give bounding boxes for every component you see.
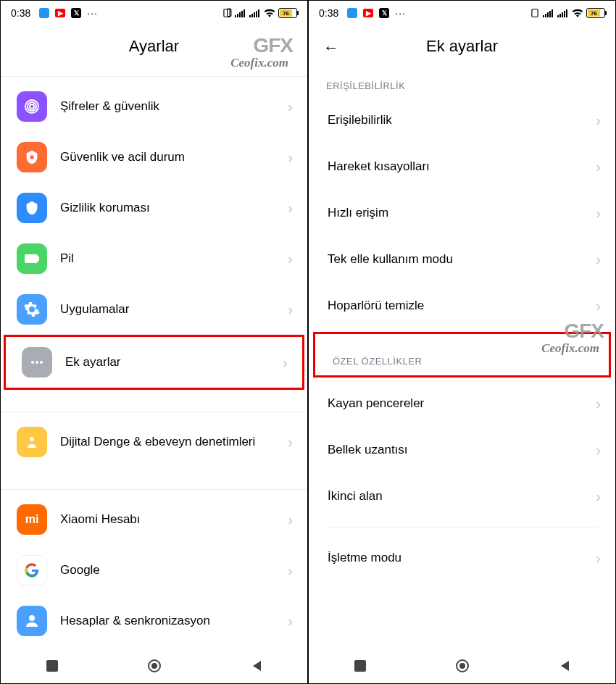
item-label: Hoparlörü temizle xyxy=(328,298,596,314)
chevron-right-icon: › xyxy=(596,396,601,412)
item-label: Hızlı erişim xyxy=(328,205,596,221)
item-label: Hesaplar & senkronizasyon xyxy=(60,613,288,629)
item-label: Tek elle kullanım modu xyxy=(328,251,596,267)
svg-rect-6 xyxy=(244,9,245,17)
svg-rect-28 xyxy=(545,14,546,17)
item-security-emergency[interactable]: Güvenlik ve acil durum › xyxy=(1,132,307,183)
battery-icon: 76 xyxy=(278,8,297,18)
enterprise-list: İşletme modu › xyxy=(309,535,615,581)
item-label: Gizlilik koruması xyxy=(60,200,288,216)
svg-point-21 xyxy=(30,437,34,441)
chevron-right-icon: › xyxy=(596,159,601,175)
svg-rect-36 xyxy=(566,9,567,17)
back-button[interactable]: ← xyxy=(323,38,339,57)
item-enterprise-mode[interactable]: İşletme modu › xyxy=(309,535,615,581)
header: ← Ek ayarlar xyxy=(309,24,615,72)
signal-icon xyxy=(543,9,554,17)
chevron-right-icon: › xyxy=(596,298,601,314)
nav-home[interactable] xyxy=(452,656,473,676)
youtube-icon: ▶ xyxy=(363,9,373,17)
svg-rect-29 xyxy=(547,12,549,17)
item-apps[interactable]: Uygulamalar › xyxy=(1,284,307,335)
item-second-space[interactable]: İkinci alan › xyxy=(309,473,615,520)
chevron-right-icon: › xyxy=(288,301,293,318)
sim-icon xyxy=(530,8,540,18)
chevron-right-icon: › xyxy=(288,200,293,217)
chevron-right-icon: › xyxy=(288,99,293,115)
svg-point-25 xyxy=(151,663,157,669)
item-passwords-security[interactable]: Şifreler & güvenlik › xyxy=(1,81,307,132)
phone-right-additional-settings: 0:38 ▶ 𝕏 ··· 76 ← Ek ayarlar ERİŞİLEBİLİ… xyxy=(308,0,616,684)
item-label: Ek ayarlar xyxy=(65,354,283,370)
svg-rect-9 xyxy=(254,12,255,17)
x-twitter-icon: 𝕏 xyxy=(71,8,81,18)
svg-rect-3 xyxy=(237,14,238,17)
item-label: İşletme modu xyxy=(328,550,596,566)
item-label: Güvenlik ve acil durum xyxy=(60,149,288,165)
svg-rect-30 xyxy=(549,11,551,17)
item-clean-speaker[interactable]: Hoparlörü temizle › xyxy=(309,283,615,329)
svg-point-19 xyxy=(36,361,38,364)
item-privacy[interactable]: Gizlilik koruması › xyxy=(1,183,307,233)
svg-rect-33 xyxy=(559,14,561,17)
item-google[interactable]: Google › xyxy=(1,545,307,596)
item-floating-windows[interactable]: Kayan pencereler › xyxy=(309,380,615,427)
svg-rect-7 xyxy=(249,15,251,17)
svg-rect-27 xyxy=(543,15,544,17)
item-gesture-shortcuts[interactable]: Hareket kısayolları › xyxy=(309,143,615,190)
item-memory-extension[interactable]: Bellek uzantısı › xyxy=(309,427,615,473)
item-digital-wellbeing[interactable]: Dijital Denge & ebeveyn denetimleri › xyxy=(1,417,307,467)
wifi-icon xyxy=(572,9,583,17)
item-label: Uygulamalar xyxy=(60,301,288,317)
x-twitter-icon: 𝕏 xyxy=(379,8,389,18)
chevron-right-icon: › xyxy=(596,442,601,459)
svg-rect-31 xyxy=(552,9,553,17)
svg-rect-8 xyxy=(251,14,253,17)
shield-icon xyxy=(17,193,47,223)
svg-rect-32 xyxy=(557,15,559,17)
nav-home[interactable] xyxy=(144,656,165,676)
settings-list: Şifreler & güvenlik › Güvenlik ve acil d… xyxy=(1,81,307,646)
xiaomi-icon: mi xyxy=(17,504,47,535)
chevron-right-icon: › xyxy=(288,613,293,630)
nav-recents[interactable] xyxy=(350,656,370,676)
header: Ayarlar xyxy=(1,24,307,72)
item-label: Şifreler & güvenlik xyxy=(60,99,288,114)
item-battery[interactable]: Pil › xyxy=(1,233,307,284)
item-label: Google xyxy=(60,562,288,578)
item-quick-access[interactable]: Hızlı erişim › xyxy=(309,190,615,236)
nav-recents[interactable] xyxy=(42,656,62,676)
chevron-right-icon: › xyxy=(596,205,601,222)
svg-point-18 xyxy=(31,361,34,364)
status-bar: 0:38 ▶ 𝕏 ··· 76 xyxy=(309,1,615,24)
item-xiaomi-account[interactable]: mi Xiaomi Hesabı › xyxy=(1,494,307,545)
phone-left-settings: 0:38 ▶ 𝕏 ··· 76 Ayarlar GFX Ceofix.com Ş… xyxy=(0,0,308,684)
section-accessibility: ERİŞİLEBİLİRLİK xyxy=(309,72,615,97)
nav-back[interactable] xyxy=(246,656,267,676)
item-onehanded[interactable]: Tek elle kullanım modu › xyxy=(309,236,615,283)
item-label: Dijital Denge & ebeveyn denetimleri xyxy=(60,434,288,450)
item-accounts-sync[interactable]: Hesaplar & senkronizasyon › xyxy=(1,596,307,646)
more-notifs-icon: ··· xyxy=(87,7,98,19)
item-label: Xiaomi Hesabı xyxy=(60,512,288,527)
gear-icon xyxy=(17,294,47,325)
svg-point-15 xyxy=(30,155,34,159)
svg-point-22 xyxy=(29,615,35,621)
highlight-special-features: ÖZEL ÖZELLİKLER xyxy=(313,332,611,378)
chevron-right-icon: › xyxy=(596,251,601,268)
nav-bar xyxy=(309,648,615,683)
svg-rect-1 xyxy=(228,9,231,17)
item-accessibility[interactable]: Erişilebilirlik › xyxy=(309,97,615,143)
svg-rect-5 xyxy=(241,11,243,17)
svg-rect-2 xyxy=(235,15,236,17)
signal-icon xyxy=(235,9,246,17)
svg-point-12 xyxy=(30,104,34,109)
svg-rect-17 xyxy=(38,256,39,261)
svg-point-20 xyxy=(40,361,43,364)
svg-point-13 xyxy=(28,102,36,111)
item-additional-settings[interactable]: Ek ayarlar › xyxy=(4,335,304,390)
clock: 0:38 xyxy=(11,7,30,19)
wellbeing-icon xyxy=(17,427,47,457)
nav-back[interactable] xyxy=(554,656,575,676)
app-notif-icon xyxy=(39,8,49,18)
